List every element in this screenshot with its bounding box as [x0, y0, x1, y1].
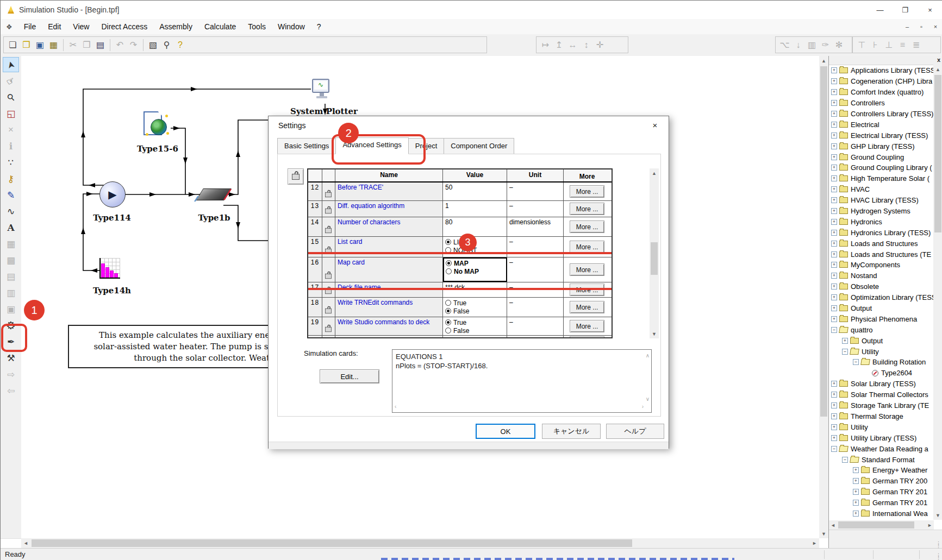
master-lock-button[interactable]	[288, 168, 304, 185]
tree-item-loads-and-structures-te[interactable]: +Loads and Structures (TE	[830, 249, 933, 260]
notes-tool[interactable]: ✎	[3, 187, 19, 203]
paste-button[interactable]: ▤	[93, 38, 107, 52]
simulation-cards-text[interactable]: EQUATIONS 1nPlots = (STOP-START)/168. ∧ …	[392, 349, 652, 413]
row-lock-cell[interactable]	[322, 201, 335, 217]
grid-tool[interactable]: ▦	[3, 236, 19, 251]
radio-true[interactable]	[445, 338, 451, 338]
row-lock-cell[interactable]	[322, 237, 335, 257]
scroll-down-icon[interactable]: ∨	[646, 394, 650, 404]
scroll-up-icon[interactable]: ▲	[650, 168, 659, 178]
type14h-component[interactable]	[99, 258, 120, 279]
more-button[interactable]: More ...	[570, 221, 604, 233]
close-button[interactable]: ×	[918, 1, 942, 19]
row-lock-cell[interactable]	[322, 336, 335, 338]
dialog-close-icon[interactable]: ×	[649, 121, 661, 131]
row-lock-cell[interactable]	[322, 298, 335, 317]
tree-item-high-temperature-solar-[interactable]: +High Temperature Solar (	[830, 173, 933, 184]
tree-item-type2604[interactable]: Type2604	[830, 368, 933, 379]
row-lock-cell[interactable]	[322, 183, 335, 200]
help-button[interactable]: ヘルプ	[606, 424, 664, 439]
tree-item-german-try-201[interactable]: +German TRY 201	[830, 487, 933, 498]
horizontal-scroll-thumb[interactable]	[838, 521, 914, 528]
scroll-right-icon[interactable]: ►	[810, 538, 819, 548]
settings-gear-tool[interactable]: ⚙	[3, 318, 19, 333]
vertical-scroll-thumb[interactable]	[934, 75, 941, 232]
menu-?[interactable]: ?	[311, 22, 327, 31]
tree-item-solar-library-tess-[interactable]: +Solar Library (TESS)	[830, 379, 933, 389]
info-tool[interactable]: i	[3, 139, 19, 154]
tree-item-output[interactable]: +Output	[830, 303, 933, 314]
radio-nolist[interactable]	[445, 247, 451, 253]
edit-button[interactable]: Edit...	[320, 369, 379, 383]
vertical-scroll-thumb[interactable]	[651, 242, 658, 275]
scroll-down-icon[interactable]: ▼	[819, 529, 828, 538]
row-lock-cell[interactable]	[322, 282, 335, 297]
pan-tool[interactable]: ☞	[3, 73, 19, 89]
expand-plus-icon[interactable]: +	[831, 186, 837, 192]
delete-tool[interactable]: ×	[3, 122, 19, 137]
tree-item-utility-library-tess-[interactable]: +Utility Library (TESS)	[830, 432, 933, 443]
canvas-horizontal-scrollbar[interactable]: ◄ ►	[21, 538, 819, 548]
tree-item-energy+-weather[interactable]: +Energy+ Weather	[830, 465, 933, 476]
expand-plus-icon[interactable]: +	[853, 500, 859, 506]
resize-grip[interactable]: ⋮⋮⋮⋮	[936, 542, 941, 548]
expand-plus-icon[interactable]: +	[831, 413, 837, 419]
cancel-button[interactable]: キャンセル	[542, 424, 601, 439]
library-panel-header[interactable]: x	[829, 56, 942, 65]
table-vertical-scrollbar[interactable]: ▲ ▼	[650, 168, 659, 338]
more-button[interactable]: More ...	[570, 241, 604, 253]
expand-plus-icon[interactable]: +	[831, 89, 837, 95]
mdi-close-button[interactable]: ×	[928, 21, 942, 32]
expand-minus-icon[interactable]: −	[831, 446, 837, 452]
expand-plus-icon[interactable]: +	[853, 467, 859, 473]
expand-plus-icon[interactable]: +	[831, 316, 837, 322]
import-tool[interactable]: ⇦	[3, 383, 19, 398]
expand-plus-icon[interactable]: +	[831, 208, 837, 214]
menu-assembly[interactable]: Assembly	[153, 22, 198, 31]
save-button[interactable]: ▣	[33, 38, 47, 52]
more-button[interactable]: More ...	[570, 185, 604, 198]
menu-window[interactable]: Window	[272, 22, 311, 31]
scroll-up-icon[interactable]: ▲	[933, 65, 942, 74]
more-button[interactable]: More ...	[570, 263, 604, 276]
param-value-cell[interactable]: 1	[443, 201, 507, 217]
tree-item-physical-phenomena[interactable]: +Physical Phenomena	[830, 313, 933, 324]
scroll-left-icon[interactable]: ◄	[829, 520, 837, 530]
pattern-tool[interactable]: ▩	[3, 253, 19, 268]
tree-item-utility[interactable]: −Utility	[830, 346, 933, 357]
expand-minus-icon[interactable]: −	[842, 349, 848, 355]
scroll-left-icon[interactable]: ◄	[21, 538, 30, 548]
tree-item-ghp-library-tess-[interactable]: +GHP Library (TESS)	[830, 141, 933, 152]
tree-item-thermal-storage[interactable]: +Thermal Storage	[830, 411, 933, 422]
expand-plus-icon[interactable]: +	[831, 402, 837, 408]
zoom-region-tool[interactable]: ◱	[3, 106, 19, 121]
tab-basic-settings[interactable]: Basic Settings	[277, 138, 336, 154]
expand-plus-icon[interactable]: +	[831, 381, 837, 387]
param-value-cell[interactable]: TrueFalse	[443, 298, 507, 317]
tree-item-mycomponents[interactable]: +MyComponents	[830, 260, 933, 270]
param-value-cell[interactable]: 80	[443, 217, 507, 236]
tree-item-solar-thermal-collectors[interactable]: +Solar Thermal Collectors	[830, 389, 933, 400]
radio-false[interactable]	[445, 328, 451, 334]
tree-item-ground-coupling-library-[interactable]: +Ground Coupling Library (	[830, 162, 933, 173]
expand-minus-icon[interactable]: −	[842, 457, 848, 463]
menu-direct-access[interactable]: Direct Access	[95, 22, 153, 31]
open-button[interactable]: ❒	[20, 38, 33, 52]
more-button[interactable]: More ...	[570, 301, 604, 313]
tree-item-hydronics[interactable]: +Hydronics	[830, 216, 933, 227]
tree-item-applications-library-tess[interactable]: +Applications Library (TESS	[830, 65, 933, 76]
scroll-down-icon[interactable]: ▼	[650, 329, 659, 338]
expand-plus-icon[interactable]: +	[831, 67, 837, 73]
row-lock-cell[interactable]	[322, 257, 335, 282]
tree-item-cogeneration-chp-libra[interactable]: +Cogeneration (CHP) Libra	[830, 76, 933, 87]
key-tool[interactable]: ⚷	[3, 171, 19, 186]
tree-item-electrical-library-tess-[interactable]: +Electrical Library (TESS)	[830, 130, 933, 141]
export-tool[interactable]: ⇨	[3, 367, 19, 382]
more-button[interactable]: More ...	[570, 336, 604, 338]
tree-item-nostand[interactable]: +Nostand	[830, 270, 933, 281]
tree-item-hvac-library-tess-[interactable]: +HVAC Library (TESS)	[830, 195, 933, 206]
expand-plus-icon[interactable]: +	[831, 219, 837, 225]
text-tool[interactable]: A	[3, 220, 19, 235]
minimize-button[interactable]: —	[868, 1, 893, 19]
radio-no-map[interactable]	[446, 268, 452, 274]
